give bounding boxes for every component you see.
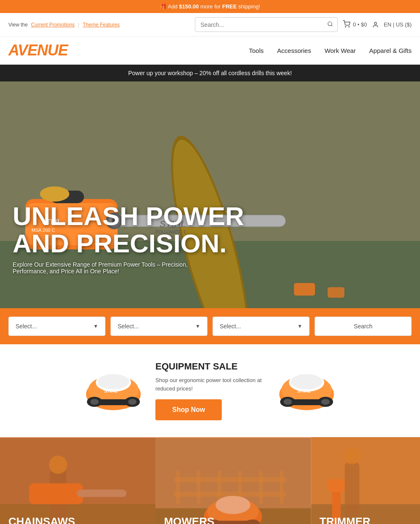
hero-subtext: Explore Our Extensive Range of Premium P…: [13, 261, 223, 275]
utility-left: View the Current Promotions | Theme Feat…: [8, 22, 120, 28]
divider: |: [78, 22, 79, 28]
banner-text-after: shipping!: [238, 3, 260, 10]
view-the-text: View the: [8, 22, 28, 28]
lang-area[interactable]: EN | US ($): [384, 21, 412, 28]
theme-features-link[interactable]: Theme Features: [83, 22, 120, 28]
chevron-down-icon-2: ▼: [195, 323, 200, 329]
hero-section: STIHL MSA 200 C STIHL ROLLOMATIC E UNLEA…: [0, 81, 420, 308]
utility-bar: View the Current Promotions | Theme Feat…: [0, 13, 420, 37]
filter-select-1-label: Select...: [16, 323, 37, 330]
filter-bar: Select... ▼ Select... ▼ Select... ▼ Sear…: [0, 308, 420, 344]
account-icon: [372, 21, 379, 28]
equipment-sale-section: STIHL EQUIPMENT SALE Shop our ergonomic …: [0, 344, 420, 437]
current-promotions-link[interactable]: Current Promotions: [31, 22, 75, 28]
nav-links: Tools Accessories Work Wear Apparel & Gi…: [249, 47, 412, 54]
utility-right: 0 • $0 EN | US ($): [195, 17, 412, 32]
robot-mower-right: STIHL: [273, 365, 340, 417]
nav-workwear[interactable]: Work Wear: [325, 47, 356, 54]
svg-point-0: [328, 22, 332, 26]
filter-select-2[interactable]: Select... ▼: [110, 317, 207, 336]
svg-point-36: [128, 399, 136, 405]
banner-text-middle: more for: [200, 3, 222, 10]
robot-mower-right-image: STIHL: [273, 365, 340, 415]
svg-point-27: [40, 186, 69, 202]
main-nav: AVENUE Tools Accessories Work Wear Appar…: [0, 37, 420, 65]
hero-headline-line2: AND PRECISION.: [13, 229, 227, 258]
svg-point-45: [284, 399, 292, 405]
filter-select-2-label: Select...: [118, 323, 139, 330]
cart-count: 0 • $0: [353, 21, 367, 28]
chainsaws-title: CHAINSAWS: [8, 515, 147, 524]
nav-tools[interactable]: Tools: [249, 47, 264, 54]
category-card-chainsaws[interactable]: CHAINSAWS Experience unparalleled cuttin…: [0, 437, 155, 524]
chevron-down-icon-1: ▼: [93, 323, 98, 329]
svg-text:STIHL: STIHL: [104, 388, 118, 393]
svg-rect-25: [294, 283, 315, 296]
cart-icon: [343, 20, 350, 29]
search-input[interactable]: [195, 18, 323, 31]
chainsaws-content: CHAINSAWS Experience unparalleled cuttin…: [0, 507, 155, 524]
svg-point-31: [97, 374, 129, 389]
hero-text: UNLEASH POWER AND PRECISION. Explore Our…: [13, 202, 244, 275]
promo-bar: Power up your workshop – 20% off all cor…: [0, 65, 420, 81]
trimmers-content: TRIMMER Achieve professional-gra: [311, 507, 420, 524]
svg-point-3: [349, 26, 350, 27]
filter-select-3[interactable]: Select... ▼: [213, 317, 310, 336]
shop-now-button[interactable]: Shop Now: [155, 399, 222, 420]
svg-point-4: [374, 22, 376, 24]
category-card-mowers[interactable]: MOWERS Transform your lawn with STIHL's …: [155, 437, 311, 524]
hero-headline: UNLEASH POWER AND PRECISION.: [13, 202, 244, 257]
sale-heading: EQUIPMENT SALE: [155, 361, 265, 372]
nav-apparel[interactable]: Apparel & Gifts: [369, 47, 412, 54]
svg-point-2: [345, 26, 346, 27]
svg-point-41: [291, 374, 323, 389]
category-grid: CHAINSAWS Experience unparalleled cuttin…: [0, 437, 420, 524]
chevron-down-icon-3: ▼: [297, 323, 302, 329]
search-bar: [195, 17, 338, 32]
search-icon: [327, 21, 333, 27]
robot-mower-left-image: STIHL: [80, 365, 147, 415]
mowers-content: MOWERS Transform your lawn with STIHL's …: [155, 507, 311, 524]
search-button[interactable]: [323, 18, 337, 31]
gift-icon: 🎁: [160, 3, 167, 10]
trimmers-title: TRIMMER: [320, 515, 412, 524]
promo-text: Power up your workshop – 20% off all cor…: [128, 70, 292, 76]
sale-content: EQUIPMENT SALE Shop our ergonomic power …: [155, 361, 265, 420]
cart-area[interactable]: 0 • $0: [343, 20, 367, 29]
svg-point-35: [90, 399, 99, 405]
nav-accessories[interactable]: Accessories: [277, 47, 311, 54]
banner-text-before: Add: [168, 3, 179, 10]
logo[interactable]: AVENUE: [8, 42, 68, 59]
sale-description: Shop our ergonomic power tool collection…: [155, 376, 265, 393]
lang-label: EN: [384, 21, 391, 28]
filter-select-3-label: Select...: [220, 323, 241, 330]
currency-label: US ($): [396, 21, 412, 28]
svg-text:STIHL: STIHL: [297, 388, 311, 393]
filter-search-button[interactable]: Search: [315, 317, 412, 336]
robot-mower-left: STIHL: [80, 365, 147, 417]
banner-amount: $150.00: [179, 3, 199, 10]
hero-headline-line1: UNLEASH POWER: [13, 202, 244, 231]
banner-free: FREE: [222, 3, 237, 10]
svg-rect-26: [328, 287, 344, 298]
mowers-title: MOWERS: [164, 515, 302, 524]
filter-select-1[interactable]: Select... ▼: [8, 317, 105, 336]
svg-line-1: [331, 25, 333, 26]
account-area[interactable]: [372, 21, 379, 28]
svg-point-46: [321, 399, 330, 405]
category-card-trimmers[interactable]: TRIMMER Achieve professional-gra: [311, 437, 420, 524]
top-banner: 🎁 Add $150.00 more for FREE shipping!: [0, 0, 420, 13]
